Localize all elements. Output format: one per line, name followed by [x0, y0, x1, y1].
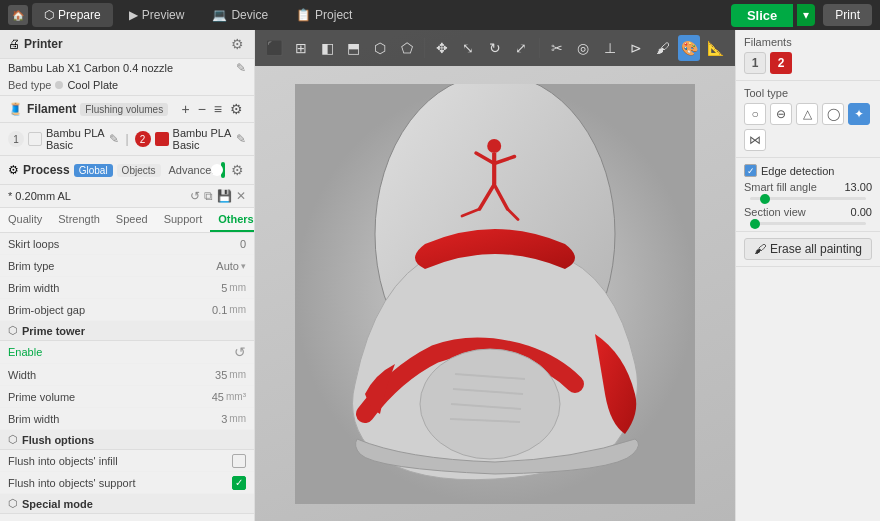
- tab-preview[interactable]: ▶ Preview: [117, 3, 197, 27]
- brim-object-gap-unit: mm: [229, 304, 246, 315]
- tool-hollow[interactable]: ◎: [572, 35, 594, 61]
- slice-dropdown-button[interactable]: ▾: [797, 4, 815, 26]
- tool-paint-color[interactable]: 🎨: [678, 35, 700, 61]
- prime-tower-width-row: Width 35 mm: [0, 364, 254, 386]
- tab-support[interactable]: Support: [156, 208, 211, 232]
- filament-add-button[interactable]: +: [178, 100, 192, 118]
- edge-detection-section: ✓ Edge detection Smart fill angle 13.00: [736, 158, 880, 232]
- tool-bowtie-button[interactable]: ⋈: [744, 129, 766, 151]
- tool-seam[interactable]: ⊳: [625, 35, 647, 61]
- printer-section-icon: 🖨: [8, 37, 20, 51]
- tab-others[interactable]: Others: [210, 208, 255, 232]
- smart-fill-angle-value[interactable]: 13.00: [844, 181, 872, 193]
- edge-detection-label: Edge detection: [761, 165, 834, 177]
- smart-fill-angle-track[interactable]: [750, 197, 866, 200]
- tab-prepare[interactable]: ⬡ Prepare: [32, 3, 113, 27]
- section-view-track[interactable]: [750, 222, 866, 225]
- tool-3d-layers[interactable]: ⬠: [395, 35, 417, 61]
- brim-width-row: Brim width 5 mm: [0, 277, 254, 299]
- topbar: 🏠 ⬡ Prepare ▶ Preview 💻 Device 📋 Project…: [0, 0, 880, 30]
- erase-all-button[interactable]: 🖌 Erase all painting: [744, 238, 872, 260]
- printer-settings-button[interactable]: ⚙: [229, 34, 246, 54]
- flush-support-label: Flush into objects' support: [8, 477, 232, 489]
- prime-volume-value[interactable]: 45: [212, 391, 224, 403]
- filament-2-color: [155, 132, 169, 146]
- settings-tabs: Quality Strength Speed Support Others: [0, 208, 254, 233]
- filament-remove-button[interactable]: −: [195, 100, 209, 118]
- flush-infill-checkbox[interactable]: [232, 454, 246, 468]
- printer-edit-icon[interactable]: ✎: [236, 61, 246, 75]
- filament-settings-button[interactable]: ⚙: [227, 100, 246, 118]
- filament-num-1-button[interactable]: 1: [744, 52, 766, 74]
- filament-num-2-button[interactable]: 2: [770, 52, 792, 74]
- process-settings-button[interactable]: ⚙: [229, 160, 246, 180]
- svg-point-2: [420, 349, 560, 459]
- filament-2-edit-icon[interactable]: ✎: [236, 132, 246, 146]
- tab-strength[interactable]: Strength: [50, 208, 108, 232]
- tool-circle-button[interactable]: ○: [744, 103, 766, 125]
- tool-move[interactable]: ✥: [431, 35, 453, 61]
- filament-2-num: 2: [135, 131, 151, 147]
- tool-paint-support[interactable]: 🖌: [652, 35, 674, 61]
- tool-star-button[interactable]: ✦: [848, 103, 870, 125]
- tool-rotate[interactable]: ↻: [484, 35, 506, 61]
- device-icon: 💻: [212, 8, 227, 22]
- toolbar-separator-2: [539, 38, 540, 58]
- 3d-viewport[interactable]: [255, 66, 735, 521]
- tool-flip[interactable]: ⤢: [510, 35, 532, 61]
- tag-global[interactable]: Global: [74, 164, 113, 177]
- tag-objects[interactable]: Objects: [117, 164, 161, 177]
- app-logo: 🏠: [8, 5, 28, 25]
- brim-width-value[interactable]: 5: [221, 282, 227, 294]
- tool-triangle-button[interactable]: △: [796, 103, 818, 125]
- filament-1-edit-icon[interactable]: ✎: [109, 132, 119, 146]
- process-save-icon[interactable]: 💾: [217, 189, 232, 203]
- tool-measure[interactable]: 📐: [704, 35, 726, 61]
- tool-3d-cube[interactable]: ⬛: [263, 35, 285, 61]
- tool-scale[interactable]: ⤡: [457, 35, 479, 61]
- prime-brim-width-label: Brim width: [8, 413, 221, 425]
- prime-brim-width-value[interactable]: 3: [221, 413, 227, 425]
- process-copy-icon[interactable]: ⧉: [204, 189, 213, 203]
- print-sequence-row: Print sequence By layer ▾: [0, 514, 254, 521]
- tab-speed[interactable]: Speed: [108, 208, 156, 232]
- process-close-icon[interactable]: ✕: [236, 189, 246, 203]
- tool-ring-button[interactable]: ◯: [822, 103, 844, 125]
- section-view-thumb[interactable]: [750, 219, 760, 229]
- slice-button[interactable]: Slice: [731, 4, 793, 27]
- tool-cut[interactable]: ✂: [546, 35, 568, 61]
- tab-quality[interactable]: Quality: [0, 208, 50, 232]
- skirt-loops-value[interactable]: 0: [240, 238, 246, 250]
- tab-project[interactable]: 📋 Project: [284, 3, 364, 27]
- flush-support-checkbox[interactable]: ✓: [232, 476, 246, 490]
- tool-3d-slice[interactable]: ◧: [316, 35, 338, 61]
- tool-support[interactable]: ⊥: [599, 35, 621, 61]
- smart-fill-angle-thumb[interactable]: [760, 194, 770, 204]
- svg-point-7: [487, 139, 501, 153]
- filament-section-icon: 🧵: [8, 102, 23, 116]
- process-reset-icon[interactable]: ↺: [190, 189, 200, 203]
- smart-fill-angle-container: Smart fill angle 13.00: [744, 181, 872, 200]
- tool-3d-export[interactable]: ⬡: [369, 35, 391, 61]
- edge-detection-checkbox[interactable]: ✓: [744, 164, 757, 177]
- enable-refresh-icon[interactable]: ↺: [234, 344, 246, 360]
- prime-tower-subsection: ⬡ Prime tower: [0, 321, 254, 341]
- section-view-value[interactable]: 0.00: [851, 206, 872, 218]
- brim-type-dropdown[interactable]: Auto ▾: [216, 260, 246, 272]
- prime-tower-width-value[interactable]: 35: [215, 369, 227, 381]
- tool-3d-grid[interactable]: ⊞: [289, 35, 311, 61]
- sneaker-svg: [295, 84, 695, 504]
- filament-1-num: 1: [8, 131, 24, 147]
- print-button[interactable]: Print: [823, 4, 872, 26]
- prime-volume-unit: mm³: [226, 391, 246, 402]
- brim-object-gap-value[interactable]: 0.1: [212, 304, 227, 316]
- flush-volumes-tag[interactable]: Flushing volumes: [80, 103, 168, 116]
- erase-icon: 🖌: [754, 242, 766, 256]
- tool-3d-arrange[interactable]: ⬒: [342, 35, 364, 61]
- filament-1-color: [28, 132, 42, 146]
- tool-minus-button[interactable]: ⊖: [770, 103, 792, 125]
- advanced-toggle[interactable]: [221, 162, 225, 178]
- left-panel: 🖨 Printer ⚙ Bambu Lab X1 Carbon 0.4 nozz…: [0, 30, 255, 521]
- filament-menu-button[interactable]: ≡: [211, 100, 225, 118]
- tab-device[interactable]: 💻 Device: [200, 3, 280, 27]
